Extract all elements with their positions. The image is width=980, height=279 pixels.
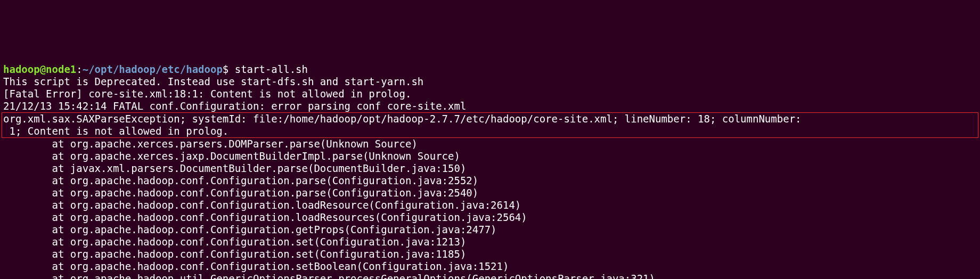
stack-trace-line: at org.apache.hadoop.conf.Configuration.… <box>3 211 527 223</box>
stack-trace-line: at org.apache.hadoop.conf.Configuration.… <box>3 236 466 248</box>
prompt-line: hadoop@node1:~/opt/hadoop/etc/hadoop$ st… <box>3 63 308 75</box>
command-text: start-all.sh <box>235 63 308 75</box>
exception-line: org.xml.sax.SAXParseException; systemId:… <box>3 113 802 125</box>
stack-trace-line: at org.apache.hadoop.conf.Configuration.… <box>3 260 509 272</box>
stack-trace-line: at org.apache.hadoop.conf.Configuration.… <box>3 187 478 199</box>
stack-trace-line: at javax.xml.parsers.DocumentBuilder.par… <box>3 162 466 174</box>
stack-trace-line: at org.apache.xerces.parsers.DOMParser.p… <box>3 138 418 150</box>
stack-trace-line: at org.apache.hadoop.util.GenericOptions… <box>3 273 655 279</box>
error-highlight-box: org.xml.sax.SAXParseException; systemId:… <box>2 112 978 138</box>
stack-trace-line: at org.apache.hadoop.conf.Configuration.… <box>3 199 521 211</box>
stack-trace-line: at org.apache.hadoop.conf.Configuration.… <box>3 224 497 235</box>
prompt-user-host: hadoop@node1 <box>3 63 76 75</box>
stack-trace-line: at org.apache.hadoop.conf.Configuration.… <box>3 175 478 186</box>
prompt-dollar: $ <box>223 63 235 75</box>
output-line: 21/12/13 15:42:14 FATAL conf.Configurati… <box>3 100 466 112</box>
exception-line: 1; Content is not allowed in prolog. <box>3 125 228 137</box>
output-line: [Fatal Error] core-site.xml:18:1: Conten… <box>3 88 411 100</box>
prompt-colon: : <box>76 63 82 75</box>
stack-trace-line: at org.apache.xerces.jaxp.DocumentBuilde… <box>3 150 460 162</box>
stack-trace-line: at org.apache.hadoop.conf.Configuration.… <box>3 248 466 260</box>
output-line: This script is Deprecated. Instead use s… <box>3 76 423 87</box>
prompt-path: ~/opt/hadoop/etc/hadoop <box>83 63 223 75</box>
terminal[interactable]: hadoop@node1:~/opt/hadoop/etc/hadoop$ st… <box>0 61 980 279</box>
